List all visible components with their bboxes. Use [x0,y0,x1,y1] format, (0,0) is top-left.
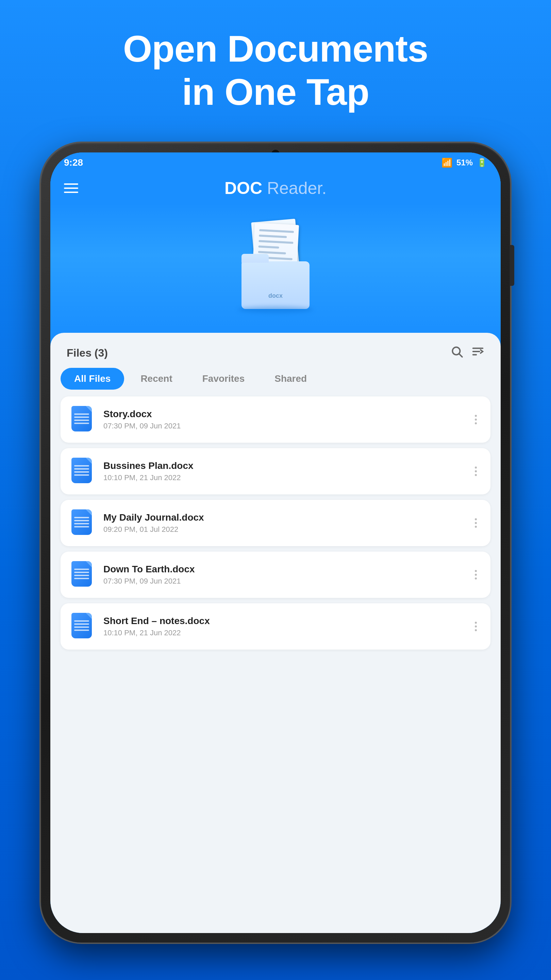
status-bar: 9:28 📶 51% 🔋 [50,153,501,173]
tablet-frame: 9:28 📶 51% 🔋 [41,143,510,943]
battery-indicator: 51% [456,158,473,167]
file-icon [71,458,95,485]
app-header: DOC Reader. [50,173,501,204]
file-item-1[interactable]: Bussines Plan.docx 10:10 PM, 21 Jun 2022 [60,448,491,495]
file-info: Short End – notes.docx 10:10 PM, 21 Jun … [103,616,464,637]
files-header: Files (3) [50,333,501,368]
file-date: 09:20 PM, 01 Jul 2022 [103,525,464,534]
file-name: Down To Earth.docx [103,564,464,575]
file-icon [71,613,95,640]
menu-button[interactable] [64,183,78,193]
app-title-doc: DOC [224,179,262,198]
file-info: Story.docx 07:30 PM, 09 Jun 2021 [103,409,464,430]
hero-title: Open Documents in One Tap [0,0,551,113]
tab-bar: All Files Recent Favorites Shared [50,368,501,396]
file-name: Bussines Plan.docx [103,460,464,471]
file-menu-button[interactable] [472,515,480,530]
file-date: 10:10 PM, 21 Jun 2022 [103,473,464,482]
battery-icon: 🔋 [477,158,487,167]
hero-title-line1: Open Documents [0,27,551,70]
tab-shared[interactable]: Shared [261,368,321,390]
file-icon [71,561,95,588]
file-info: My Daily Journal.docx 09:20 PM, 01 Jul 2… [103,512,464,534]
folder-tab [241,254,269,263]
file-icon [71,509,95,537]
file-item-0[interactable]: Story.docx 07:30 PM, 09 Jun 2021 [60,396,491,443]
doc-line [258,245,279,248]
doc-line [259,240,293,243]
file-info: Bussines Plan.docx 10:10 PM, 21 Jun 2022 [103,460,464,482]
hero-title-line2: in One Tap [0,70,551,114]
tab-recent[interactable]: Recent [127,368,186,390]
file-name: Short End – notes.docx [103,616,464,627]
file-name: My Daily Journal.docx [103,512,464,523]
wifi-icon: 📶 [441,158,453,168]
tablet-screen: 9:28 📶 51% 🔋 [50,153,501,933]
file-item-4[interactable]: Short End – notes.docx 10:10 PM, 21 Jun … [60,603,491,649]
file-item-3[interactable]: Down To Earth.docx 07:30 PM, 09 Jun 2021 [60,552,491,598]
files-title: Files (3) [67,347,108,360]
file-menu-button[interactable] [472,412,480,427]
files-panel: Files (3) [50,333,501,933]
file-list: Story.docx 07:30 PM, 09 Jun 2021 [50,396,501,649]
search-button[interactable] [450,345,463,361]
doc-line [259,229,294,233]
tab-favorites[interactable]: Favorites [189,368,259,390]
folder-icon: docx [241,261,310,309]
folder-label: docx [268,292,283,299]
file-menu-button[interactable] [472,567,480,582]
doc-line [259,234,287,238]
file-date: 07:30 PM, 09 Jun 2021 [103,577,464,585]
tablet-outer: 9:28 📶 51% 🔋 [41,143,510,943]
doc-icon-container: docx [235,221,316,316]
file-info: Down To Earth.docx 07:30 PM, 09 Jun 2021 [103,564,464,585]
sort-button[interactable] [472,345,484,361]
status-time: 9:28 [64,157,83,168]
hero-icon-area: docx [50,204,501,333]
file-item-2[interactable]: My Daily Journal.docx 09:20 PM, 01 Jul 2… [60,500,491,546]
file-icon [71,406,95,433]
file-date: 07:30 PM, 09 Jun 2021 [103,422,464,430]
status-right: 📶 51% 🔋 [441,158,487,168]
app-title: DOC Reader. [224,178,327,198]
svg-line-1 [459,354,462,357]
file-menu-button[interactable] [472,619,480,634]
folder-shadow [238,306,313,313]
file-name: Story.docx [103,409,464,420]
app-title-reader: Reader. [262,179,327,198]
files-actions [450,345,484,361]
file-date: 10:10 PM, 21 Jun 2022 [103,628,464,637]
tab-all-files[interactable]: All Files [60,368,124,390]
file-menu-button[interactable] [472,464,480,479]
